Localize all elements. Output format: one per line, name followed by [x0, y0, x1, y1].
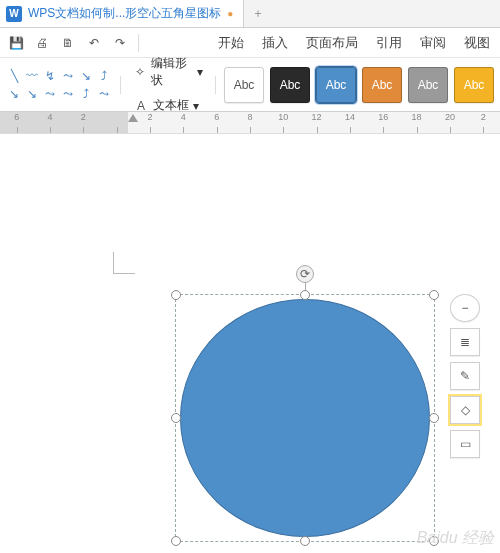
ruler-tick: 14	[333, 112, 366, 133]
line-shape-icon[interactable]: ⤳	[60, 68, 76, 84]
line-shape-icon[interactable]: ⤳	[60, 86, 76, 102]
line-shape-icon[interactable]: 〰	[24, 68, 40, 84]
caret-down-icon: ▾	[197, 65, 203, 79]
collapse-tool[interactable]: −	[450, 294, 480, 322]
line-shape-icon[interactable]: ↘	[78, 68, 94, 84]
redo-icon[interactable]: ↷	[112, 35, 128, 51]
tab-start[interactable]: 开始	[216, 30, 246, 56]
separator	[138, 34, 139, 52]
resize-handle-t[interactable]	[300, 290, 310, 300]
style-swatch-yellow[interactable]: Abc	[454, 67, 494, 103]
fill-icon: ◇	[461, 403, 470, 417]
line-shape-icon[interactable]: ⤳	[96, 86, 112, 102]
new-tab-button[interactable]: ＋	[244, 0, 272, 27]
ruler-tick: 10	[267, 112, 300, 133]
line-shape-icon[interactable]: ⤴	[78, 86, 94, 102]
layout-tool[interactable]: ≣	[450, 328, 480, 356]
style-swatch-white[interactable]: Abc	[224, 67, 264, 103]
ruler-tick: 2	[67, 112, 100, 133]
unsaved-indicator-icon: ●	[227, 8, 233, 19]
ruler-tick	[100, 112, 133, 133]
document-canvas[interactable]: ⟳ − ≣ ✎ ◇ ▭ Baidu 经验	[0, 134, 500, 553]
ruler-tick: 6	[0, 112, 33, 133]
line-shape-icon[interactable]: ↯	[42, 68, 58, 84]
edit-shape-label: 编辑形状	[151, 55, 193, 89]
line-shape-icon[interactable]: ↘	[24, 86, 40, 102]
circle-shape[interactable]	[180, 299, 430, 537]
tab-view[interactable]: 视图	[462, 30, 492, 56]
ruler-tick: 4	[33, 112, 66, 133]
outline-icon: ▭	[460, 437, 471, 451]
resize-handle-tr[interactable]	[429, 290, 439, 300]
line-shape-icon[interactable]: ⤴	[96, 68, 112, 84]
style-swatch-gray[interactable]: Abc	[408, 67, 448, 103]
tab-insert[interactable]: 插入	[260, 30, 290, 56]
menu-tabs: 开始 插入 页面布局 引用 审阅 视图	[216, 30, 492, 56]
edit-tool[interactable]: ✎	[450, 362, 480, 390]
line-shape-icon[interactable]: ↘	[6, 86, 22, 102]
ruler-tick: 18	[400, 112, 433, 133]
undo-icon[interactable]: ↶	[86, 35, 102, 51]
ruler-tick: 20	[433, 112, 466, 133]
edit-shape-button[interactable]: ✧ 编辑形状 ▾	[129, 53, 207, 91]
resize-handle-l[interactable]	[171, 413, 181, 423]
horizontal-ruler[interactable]: 6 4 2 2 4 6 8 10 12 14 16 18 20 2	[0, 112, 500, 134]
layout-icon: ≣	[460, 335, 470, 349]
tab-bar: W WPS文档如何制...形空心五角星图标 ● ＋	[0, 0, 500, 28]
fill-tool[interactable]: ◇	[450, 396, 480, 424]
shape-edit-group: ✧ 编辑形状 ▾ A 文本框 ▾	[129, 53, 207, 116]
ruler-tick: 12	[300, 112, 333, 133]
separator	[215, 76, 216, 94]
watermark-text: Baidu 经验	[417, 528, 494, 549]
rotate-icon: ⟳	[300, 267, 310, 281]
style-swatch-black[interactable]: Abc	[270, 67, 310, 103]
minus-icon: −	[461, 301, 468, 315]
rotation-handle[interactable]: ⟳	[296, 265, 314, 283]
ruler-tick: 2	[467, 112, 500, 133]
pen-icon: ✎	[460, 369, 470, 383]
wps-doc-icon: W	[6, 6, 22, 22]
shape-line-palette[interactable]: ╲ 〰 ↯ ⤳ ↘ ⤴ ↘ ↘ ⤳ ⤳ ⤴ ⤳	[6, 68, 112, 102]
resize-handle-tl[interactable]	[171, 290, 181, 300]
resize-handle-r[interactable]	[429, 413, 439, 423]
print-icon[interactable]: 🖨	[34, 35, 50, 51]
save-icon[interactable]: 💾	[8, 35, 24, 51]
shape-style-gallery: Abc Abc Abc Abc Abc Abc	[224, 67, 494, 103]
caret-down-icon: ▾	[193, 99, 199, 113]
line-shape-icon[interactable]: ╲	[6, 68, 22, 84]
tab-page-layout[interactable]: 页面布局	[304, 30, 360, 56]
ruler-tick: 4	[167, 112, 200, 133]
ruler-tick: 16	[367, 112, 400, 133]
ruler-tick: 6	[200, 112, 233, 133]
resize-handle-bl[interactable]	[171, 536, 181, 546]
style-swatch-orange[interactable]: Abc	[362, 67, 402, 103]
paragraph-mark-icon	[113, 252, 135, 274]
resize-handle-b[interactable]	[300, 536, 310, 546]
outline-tool[interactable]: ▭	[450, 430, 480, 458]
document-tab[interactable]: W WPS文档如何制...形空心五角星图标 ●	[0, 0, 244, 27]
tab-references[interactable]: 引用	[374, 30, 404, 56]
style-swatch-blue[interactable]: Abc	[316, 67, 356, 103]
separator	[120, 76, 121, 94]
quick-access-toolbar: 💾 🖨 🗎 ↶ ↷ 开始 插入 页面布局 引用 审阅 视图	[0, 28, 500, 58]
ruler-tick: 2	[133, 112, 166, 133]
tab-title: WPS文档如何制...形空心五角星图标	[28, 5, 221, 22]
floating-shape-tools: − ≣ ✎ ◇ ▭	[450, 294, 480, 458]
line-shape-icon[interactable]: ⤳	[42, 86, 58, 102]
ruler-ticks: 6 4 2 2 4 6 8 10 12 14 16 18 20 2	[0, 112, 500, 133]
edit-shape-icon: ✧	[133, 64, 147, 80]
shape-selection-box[interactable]: ⟳	[175, 294, 435, 542]
plus-icon: ＋	[252, 5, 264, 22]
tab-review[interactable]: 审阅	[418, 30, 448, 56]
ruler-tick: 8	[233, 112, 266, 133]
preview-icon[interactable]: 🗎	[60, 35, 76, 51]
ribbon: ╲ 〰 ↯ ⤳ ↘ ⤴ ↘ ↘ ⤳ ⤳ ⤴ ⤳ ✧ 编辑形状 ▾ A 文本框 ▾…	[0, 58, 500, 112]
